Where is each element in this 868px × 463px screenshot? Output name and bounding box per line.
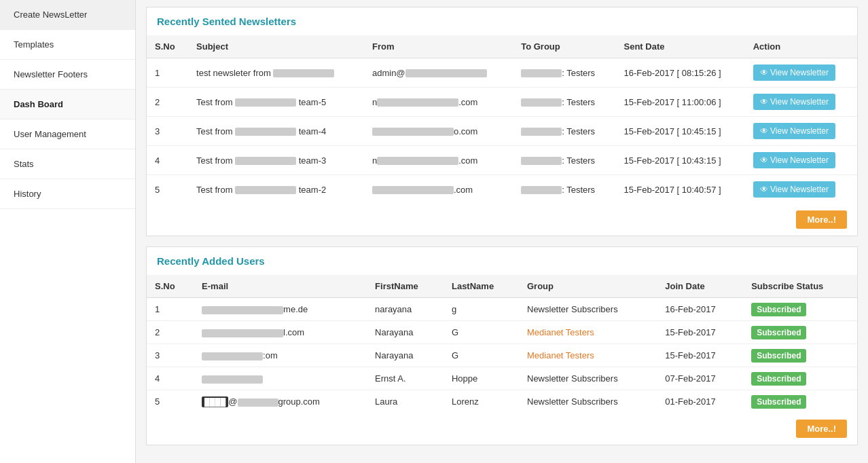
status-badge: Subscribed — [751, 372, 806, 386]
table-row: 3:omNarayanaGMedianet Testers15-Feb-2017… — [147, 344, 857, 367]
cell-join-date: 15-Feb-2017 — [657, 321, 743, 344]
sidebar-item-dashboard: Dash Board — [0, 90, 135, 119]
cell-sno: 3 — [147, 117, 188, 146]
col-sent-date: Sent Date — [616, 35, 745, 58]
table-row: 5Test from team-2.com: Testers15-Feb-201… — [147, 175, 857, 204]
cell-subscribe-status: Subscribed — [743, 367, 857, 390]
status-badge: Subscribed — [751, 303, 806, 316]
cell-join-date: 01-Feb-2017 — [657, 390, 743, 413]
cell-group: Newsletter Subscribers — [519, 390, 657, 413]
cell-sno: 2 — [147, 321, 194, 344]
cell-lastname: g — [444, 298, 519, 321]
col-group: Group — [519, 275, 657, 298]
cell-sent-date: 15-Feb-2017 [ 11:00:06 ] — [616, 88, 745, 117]
cell-to-group: : Testers — [513, 58, 615, 88]
cell-action: 👁 View Newsletter — [745, 88, 857, 117]
cell-email: ████@group.com — [194, 390, 367, 413]
view-newsletter-button[interactable]: 👁 View Newsletter — [753, 123, 835, 139]
cell-to-group: : Testers — [513, 117, 615, 146]
newsletters-more-row: More..! — [147, 204, 857, 236]
view-newsletter-button[interactable]: 👁 View Newsletter — [753, 64, 835, 81]
cell-from: o.com — [364, 117, 513, 146]
newsletters-more-button[interactable]: More..! — [796, 210, 847, 229]
cell-lastname: G — [444, 321, 519, 344]
cell-from: .com — [364, 175, 513, 204]
cell-from: n.com — [364, 88, 513, 117]
cell-sno: 5 — [147, 390, 194, 413]
cell-firstname: Ernst A. — [367, 367, 444, 390]
newsletters-table: S.No Subject From To Group Sent Date Act… — [147, 35, 857, 204]
cell-sno: 1 — [147, 298, 194, 321]
cell-from: n.com — [364, 146, 513, 175]
sidebar-item-label: Newsletter Footers — [14, 69, 88, 79]
users-table: S.No E-mail FirstName LastName Group Joi… — [147, 275, 857, 413]
cell-action: 👁 View Newsletter — [745, 58, 857, 88]
cell-subscribe-status: Subscribed — [743, 298, 857, 321]
cell-sent-date: 15-Feb-2017 [ 10:40:57 ] — [616, 175, 745, 204]
col-action: Action — [745, 35, 857, 58]
col-sno: S.No — [147, 275, 194, 298]
users-more-row: More..! — [147, 413, 857, 445]
col-subscribe-status: Subscribe Status — [743, 275, 857, 298]
sidebar-item-label: User Management — [14, 129, 86, 139]
view-newsletter-button[interactable]: 👁 View Newsletter — [753, 181, 835, 198]
sidebar-item-newsletter-footers[interactable]: Newsletter Footers — [0, 60, 135, 90]
cell-firstname: Narayana — [367, 321, 444, 344]
cell-subject: Test from team-4 — [188, 117, 364, 146]
cell-subject: Test from team-3 — [188, 146, 364, 175]
cell-group: Newsletter Subscribers — [519, 367, 657, 390]
table-row: 4Test from team-3n.com: Testers15-Feb-20… — [147, 146, 857, 175]
cell-subscribe-status: Subscribed — [743, 390, 857, 413]
view-newsletter-button[interactable]: 👁 View Newsletter — [753, 152, 835, 168]
cell-join-date: 15-Feb-2017 — [657, 344, 743, 367]
sidebar-item-stats[interactable]: Stats — [0, 149, 135, 179]
cell-sno: 4 — [147, 146, 188, 175]
cell-subject: Test from team-2 — [188, 175, 364, 204]
table-row: 3Test from team-4o.com: Testers15-Feb-20… — [147, 117, 857, 146]
cell-sent-date: 15-Feb-2017 [ 10:43:15 ] — [616, 146, 745, 175]
cell-lastname: Lorenz — [444, 390, 519, 413]
col-to-group: To Group — [513, 35, 615, 58]
cell-lastname: Hoppe — [444, 367, 519, 390]
cell-join-date: 07-Feb-2017 — [657, 367, 743, 390]
sidebar-item-history[interactable]: History — [0, 179, 135, 209]
sidebar-item-label: Templates — [14, 39, 54, 50]
sidebar-item-label: Stats — [14, 159, 34, 169]
table-row: 1me.denarayanagNewsletter Subscribers16-… — [147, 298, 857, 321]
cell-email: :om — [194, 344, 367, 367]
cell-group: Newsletter Subscribers — [519, 298, 657, 321]
cell-firstname: Narayana — [367, 344, 444, 367]
sidebar-item-create-newsletter[interactable]: Create NewsLetter — [0, 0, 135, 30]
sidebar-item-label: History — [14, 189, 41, 199]
col-firstname: FirstName — [367, 275, 444, 298]
col-subject: Subject — [188, 35, 364, 58]
cell-to-group: : Testers — [513, 88, 615, 117]
col-lastname: LastName — [444, 275, 519, 298]
cell-sent-date: 16-Feb-2017 [ 08:15:26 ] — [616, 58, 745, 88]
sidebar: Create NewsLetter Templates Newsletter F… — [0, 0, 136, 463]
cell-email: me.de — [194, 298, 367, 321]
col-sno: S.No — [147, 35, 188, 58]
view-newsletter-button[interactable]: 👁 View Newsletter — [753, 94, 835, 110]
cell-action: 👁 View Newsletter — [745, 175, 857, 204]
cell-sno: 5 — [147, 175, 188, 204]
cell-to-group: : Testers — [513, 175, 615, 204]
cell-from: admin@ — [364, 58, 513, 88]
status-badge: Subscribed — [751, 395, 806, 409]
col-from: From — [364, 35, 513, 58]
cell-join-date: 16-Feb-2017 — [657, 298, 743, 321]
cell-group: Medianet Testers — [519, 321, 657, 344]
sidebar-item-label: Dash Board — [14, 99, 63, 109]
sidebar-item-templates[interactable]: Templates — [0, 30, 135, 60]
cell-lastname: G — [444, 344, 519, 367]
newsletters-title: Recently Sented Newsletters — [147, 7, 857, 35]
status-badge: Subscribed — [751, 349, 806, 363]
col-join-date: Join Date — [657, 275, 743, 298]
users-title: Recently Added Users — [147, 247, 857, 275]
table-row: 4Ernst A.HoppeNewsletter Subscribers07-F… — [147, 367, 857, 390]
table-row: 5████@group.comLauraLorenzNewsletter Sub… — [147, 390, 857, 413]
cell-sno: 4 — [147, 367, 194, 390]
table-row: 1test newsleter from admin@: Testers16-F… — [147, 58, 857, 88]
users-more-button[interactable]: More..! — [796, 420, 847, 438]
sidebar-item-user-management[interactable]: User Management — [0, 119, 135, 149]
